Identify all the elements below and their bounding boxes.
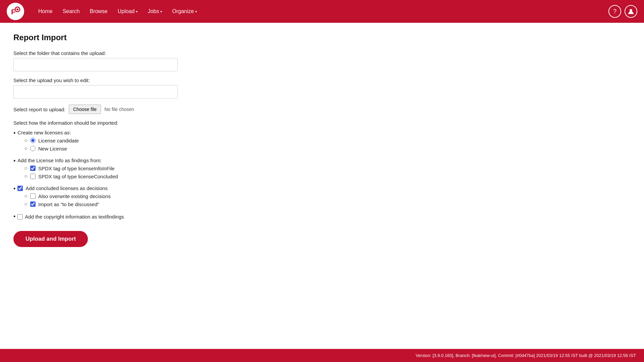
import-instructions: Select how the information should be imp… — [13, 120, 631, 126]
add-concluded-checkbox[interactable] — [17, 186, 23, 191]
file-label: Select report to upload: — [13, 107, 65, 112]
import-to-be-discussed-label: Import as "to be discussed" — [38, 201, 99, 207]
spdx-licenseConcluded-label: SPDX tag of type licenseConcluded — [38, 174, 118, 179]
new-license-label: New License — [38, 146, 67, 152]
nav-links: Home Search Browse Upload ▾ Jobs ▾ Organ… — [34, 6, 608, 16]
user-button[interactable] — [625, 5, 637, 18]
folder-input[interactable] — [13, 58, 178, 71]
overwrite-decisions-item: ○ Also overwrite existing decisions — [24, 193, 111, 199]
bullet-concluded: • — [13, 185, 15, 192]
license-info-group: • Add the License Info as findings from:… — [13, 158, 631, 181]
jobs-dropdown-arrow: ▾ — [160, 10, 162, 13]
concluded-sub-list: ○ Also overwrite existing decisions ○ Im… — [17, 193, 111, 207]
folder-group: Select the folder that contains the uplo… — [13, 50, 631, 71]
license-candidate-item: ○ License candidate — [24, 137, 79, 143]
page-title: Report Import — [13, 33, 631, 42]
bullet-copyright: • — [13, 213, 15, 220]
import-section: Select how the information should be imp… — [13, 120, 631, 220]
footer: Version: [3.9.0.160], Branch: [feat/new-… — [0, 349, 644, 362]
upload-import-button[interactable]: Upload and Import — [13, 231, 88, 247]
spdx-licenseInfoInFile-label: SPDX tag of type licenseInfoInFile — [38, 166, 115, 171]
import-to-be-discussed-item: ○ Import as "to be discussed" — [24, 201, 111, 207]
new-license-radio[interactable] — [30, 146, 36, 151]
organize-dropdown-arrow: ▾ — [195, 10, 197, 13]
license-candidate-label: License candidate — [38, 138, 79, 143]
upload-label: Select the upload you wish to edit: — [13, 77, 631, 83]
spdx-list: ○ SPDX tag of type licenseInfoInFile ○ S… — [17, 165, 118, 179]
nav-jobs[interactable]: Jobs ▾ — [144, 6, 166, 16]
main-content: Report Import Select the folder that con… — [0, 23, 644, 349]
nav-browse[interactable]: Browse — [86, 6, 111, 16]
import-to-be-discussed-checkbox[interactable] — [30, 201, 36, 207]
help-button[interactable]: ? — [608, 5, 621, 18]
create-licenses-group: • Create new licenses as: ○ License cand… — [13, 130, 631, 154]
upload-group: Select the upload you wish to edit: — [13, 77, 631, 99]
nav-upload[interactable]: Upload ▾ — [114, 6, 142, 16]
nav-actions: ? — [608, 5, 637, 18]
concluded-licenses-group: • Add concluded licenses as decisions ○ … — [13, 185, 631, 209]
add-copyright-label: Add the copyright information as textfin… — [25, 214, 124, 220]
navbar: F Home Search Browse Upload ▾ Jobs ▾ Org… — [0, 0, 644, 23]
version-text: Version: [3.9.0.160], Branch: [feat/new-… — [416, 353, 636, 358]
no-file-text: No file chosen — [104, 107, 134, 112]
choose-file-button[interactable]: Choose file — [69, 105, 101, 114]
upload-input[interactable] — [13, 85, 178, 99]
new-license-item: ○ New License — [24, 145, 79, 152]
logo-icon: F — [7, 3, 24, 20]
add-license-info-header: Add the License Info as findings from: — [17, 158, 102, 163]
nav-search[interactable]: Search — [59, 6, 84, 16]
nav-organize[interactable]: Organize ▾ — [168, 6, 201, 16]
svg-point-2 — [16, 8, 18, 10]
overwrite-decisions-checkbox[interactable] — [30, 193, 36, 199]
spdx-licenseConcluded-checkbox[interactable] — [30, 174, 36, 179]
bullet-create: • — [13, 130, 15, 137]
spdx-concluded-item: ○ SPDX tag of type licenseConcluded — [24, 173, 118, 179]
overwrite-decisions-label: Also overwrite existing decisions — [38, 193, 111, 199]
license-candidate-radio[interactable] — [30, 138, 36, 143]
bullet-findings: • — [13, 158, 15, 165]
nav-home[interactable]: Home — [34, 6, 57, 16]
license-type-list: ○ License candidate ○ New License — [17, 137, 79, 152]
spdx-licenseInfoInFile-checkbox[interactable] — [30, 166, 36, 171]
copyright-group: • Add the copyright information as textf… — [13, 213, 631, 220]
add-copyright-checkbox[interactable] — [17, 214, 23, 220]
logo[interactable]: F — [7, 3, 24, 20]
folder-label: Select the folder that contains the uplo… — [13, 50, 631, 56]
file-row: Select report to upload: Choose file No … — [13, 105, 631, 114]
upload-dropdown-arrow: ▾ — [136, 10, 138, 13]
svg-point-3 — [630, 9, 632, 12]
add-concluded-label: Add concluded licenses as decisions — [25, 185, 107, 191]
spdx-info-in-file-item: ○ SPDX tag of type licenseInfoInFile — [24, 165, 118, 171]
create-licenses-header: Create new licenses as: — [17, 130, 71, 135]
